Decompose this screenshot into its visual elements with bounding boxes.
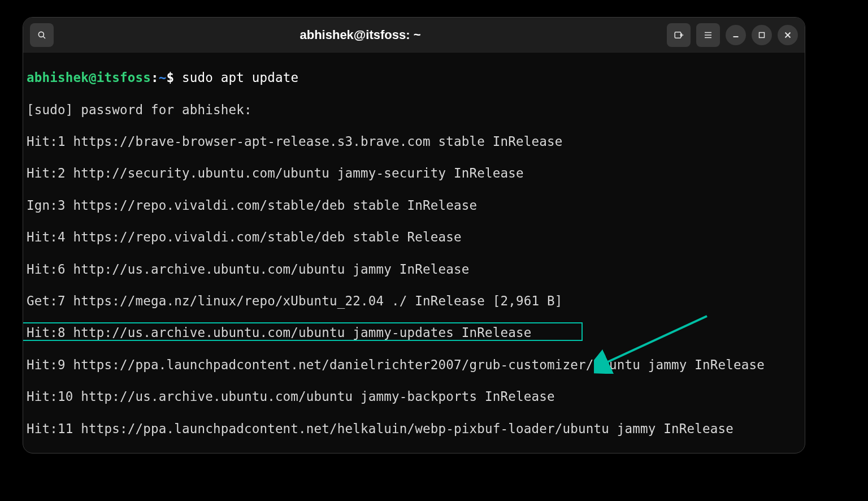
svg-rect-2	[675, 32, 681, 38]
output-line: Hit:6 http://us.archive.ubuntu.com/ubunt…	[27, 261, 801, 277]
svg-line-1	[43, 36, 45, 38]
output-line: Hit:10 http://us.archive.ubuntu.com/ubun…	[27, 388, 801, 404]
prompt-colon: :	[151, 70, 159, 85]
window-title: abhishek@itsfoss: ~	[54, 28, 667, 42]
output-line: Hit:8 http://us.archive.ubuntu.com/ubunt…	[27, 325, 801, 340]
output-line: Get:7 https://mega.nz/linux/repo/xUbuntu…	[27, 293, 801, 309]
output-line: Hit:11 https://ppa.launchpadcontent.net/…	[27, 421, 801, 437]
prompt-line: abhishek@itsfoss:~$ sudo apt update	[27, 70, 801, 85]
search-button[interactable]	[30, 23, 54, 47]
output-line: [sudo] password for abhishek:	[27, 102, 801, 118]
menu-button[interactable]	[696, 23, 720, 47]
new-tab-button[interactable]	[667, 23, 691, 47]
titlebar: abhishek@itsfoss: ~	[23, 18, 805, 53]
prompt-path: ~	[159, 70, 167, 85]
output-line: Hit:1 https://brave-browser-apt-release.…	[27, 133, 801, 149]
output-line: Hit:9 https://ppa.launchpadcontent.net/d…	[27, 357, 801, 373]
prompt-symbol: $	[166, 70, 174, 85]
close-button[interactable]	[778, 25, 798, 45]
terminal-body[interactable]: abhishek@itsfoss:~$ sudo apt update [sud…	[23, 53, 805, 453]
minimize-button[interactable]	[726, 25, 746, 45]
svg-point-0	[38, 32, 44, 37]
output-line: Hit:2 http://security.ubuntu.com/ubuntu …	[27, 165, 801, 181]
prompt-user-host: abhishek@itsfoss	[27, 70, 151, 85]
output-line: Hit:12 https://ppa.launchpadcontent.net/…	[27, 452, 801, 454]
terminal-window: abhishek@itsfoss: ~ abhishek@itsfoss:~$ …	[23, 17, 805, 454]
output-line: Hit:4 https://repo.vivaldi.com/stable/de…	[27, 229, 801, 245]
output-line: Ign:3 https://repo.vivaldi.com/stable/de…	[27, 197, 801, 213]
svg-rect-9	[760, 32, 765, 37]
command-text: sudo apt update	[182, 70, 298, 85]
maximize-button[interactable]	[752, 25, 772, 45]
